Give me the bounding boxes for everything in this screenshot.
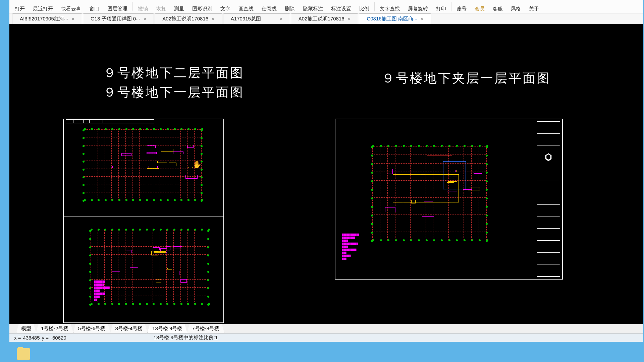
draw-line-button[interactable]: 画直线 bbox=[234, 0, 258, 13]
separator bbox=[451, 2, 451, 11]
drawing-canvas[interactable]: ９号楼地下二层平面图 ９号楼地下一层平面图 ９号楼地下夹层一层平面图 █████… bbox=[9, 24, 643, 324]
drawing-title: ９号楼地下夹层一层平面图 bbox=[382, 70, 551, 87]
free-line-button[interactable]: 任意线 bbox=[258, 0, 281, 13]
pan-cursor-icon: ✋ bbox=[193, 160, 202, 169]
drawing-title: ９号楼地下一层平面图 bbox=[103, 84, 244, 101]
measure-button[interactable]: 测量 bbox=[170, 0, 188, 13]
close-icon[interactable]: × bbox=[421, 16, 424, 22]
delete-button[interactable]: 删除 bbox=[281, 0, 299, 13]
account-button[interactable]: 账号 bbox=[452, 0, 471, 13]
file-tab[interactable]: A02施工说明170816 × bbox=[155, 13, 222, 24]
file-tab-label: C0816施工图 南区商··· bbox=[367, 16, 417, 22]
separator bbox=[374, 2, 375, 11]
floor-plan: ████████████████████████████████████████… bbox=[91, 230, 208, 304]
close-icon[interactable]: × bbox=[348, 16, 351, 22]
text-find-button[interactable]: 文字查找 bbox=[376, 0, 404, 13]
shape-recognize-button[interactable]: 图形识别 bbox=[188, 0, 216, 13]
member-button[interactable]: 会员 bbox=[471, 0, 489, 13]
windows-taskbar bbox=[0, 346, 644, 362]
folder-icon[interactable] bbox=[17, 348, 30, 360]
about-button[interactable]: 关于 bbox=[525, 0, 543, 13]
y-value: -60620 bbox=[51, 335, 66, 341]
drawing-title: ９号楼地下二层平面图 bbox=[103, 64, 244, 81]
annotation-ratio: 13号楼 9号楼中的标注比例:1 bbox=[154, 335, 218, 341]
screen-rotate-button[interactable]: 屏幕旋转 bbox=[404, 0, 432, 13]
file-tab-label: A02施工说明170816 bbox=[299, 16, 344, 22]
x-label: x = bbox=[14, 335, 21, 341]
file-tab-label: G13 子项通用详图 0··· bbox=[91, 16, 140, 22]
print-button[interactable]: 打印 bbox=[432, 0, 450, 13]
legend-text: ████████████████████████████████████████… bbox=[94, 280, 110, 301]
title-block bbox=[537, 121, 560, 277]
sheet-tab[interactable]: 7号楼-8号楼 bbox=[187, 324, 224, 333]
sheet-tab[interactable]: 1号楼-2号楼 bbox=[36, 324, 73, 333]
drawing-frame-right: ████████████████████████████████████████… bbox=[335, 119, 563, 280]
close-icon[interactable]: × bbox=[71, 16, 74, 22]
file-tab-bar: A!!!!!!20170905红河··· × G13 子项通用详图 0··· ×… bbox=[9, 13, 643, 24]
main-toolbar: 打开 最近打开 快看云盘 窗口 图层管理 撤销 恢复 测量 图形识别 文字 画直… bbox=[9, 0, 643, 13]
file-tab[interactable]: A02施工说明170816 × bbox=[291, 13, 359, 24]
floor-plan bbox=[84, 129, 201, 200]
file-tab[interactable]: C0816施工图 南区商··· × bbox=[359, 13, 431, 24]
x-value: 436485 bbox=[23, 335, 40, 341]
file-tab-label: A170915总图 bbox=[231, 16, 261, 22]
close-icon[interactable]: × bbox=[144, 16, 147, 22]
status-bar: x = 436485 y = -60620 13号楼 9号楼中的标注比例:1 bbox=[9, 333, 643, 342]
file-tab[interactable]: G13 子项通用详图 0··· × bbox=[83, 13, 154, 24]
ratio-button[interactable]: 比例 bbox=[355, 0, 373, 13]
close-icon[interactable]: × bbox=[279, 16, 282, 22]
layer-manager-button[interactable]: 图层管理 bbox=[103, 0, 131, 13]
sheet-tab[interactable]: 5号楼-6号楼 bbox=[73, 324, 111, 333]
window-button[interactable]: 窗口 bbox=[85, 0, 103, 13]
recent-button[interactable]: 最近打开 bbox=[29, 0, 57, 13]
hide-annotation-button[interactable]: 隐藏标注 bbox=[299, 0, 327, 13]
file-tab-label: A!!!!!!20170905红河··· bbox=[20, 16, 68, 22]
drawing-frame-left: ████████████████████████████████████████… bbox=[63, 119, 224, 323]
coord-readout: x = 436485 y = -60620 bbox=[14, 335, 66, 341]
logo-icon bbox=[537, 145, 560, 169]
annotation-settings-button[interactable]: 标注设置 bbox=[327, 0, 355, 13]
support-button[interactable]: 客服 bbox=[489, 0, 507, 13]
close-icon[interactable]: × bbox=[212, 16, 215, 22]
sheet-tab[interactable]: 3号楼-4号楼 bbox=[110, 324, 148, 333]
sheet-tab[interactable]: 13号楼 9号楼 bbox=[147, 324, 187, 333]
legend-text: ████████████████████████████████████████… bbox=[342, 233, 359, 260]
open-button[interactable]: 打开 bbox=[11, 0, 29, 13]
undo-button[interactable]: 撤销 bbox=[134, 0, 152, 13]
y-label: y = bbox=[42, 335, 49, 341]
cloud-button[interactable]: 快看云盘 bbox=[57, 0, 85, 13]
file-tab[interactable]: A!!!!!!20170905红河··· × bbox=[12, 13, 82, 24]
sheet-tab-bar: 模型 1号楼-2号楼 5号楼-6号楼 3号楼-4号楼 13号楼 9号楼 7号楼-… bbox=[9, 324, 643, 333]
file-tab[interactable]: A170915总图 × bbox=[223, 13, 290, 24]
sheet-tab-model[interactable]: 模型 bbox=[16, 324, 36, 333]
redo-button[interactable]: 恢复 bbox=[152, 0, 170, 13]
floor-plan bbox=[372, 146, 486, 240]
file-tab-label: A02施工说明170816 bbox=[162, 16, 208, 22]
text-button[interactable]: 文字 bbox=[216, 0, 234, 13]
separator bbox=[132, 2, 133, 11]
style-button[interactable]: 风格 bbox=[507, 0, 525, 13]
